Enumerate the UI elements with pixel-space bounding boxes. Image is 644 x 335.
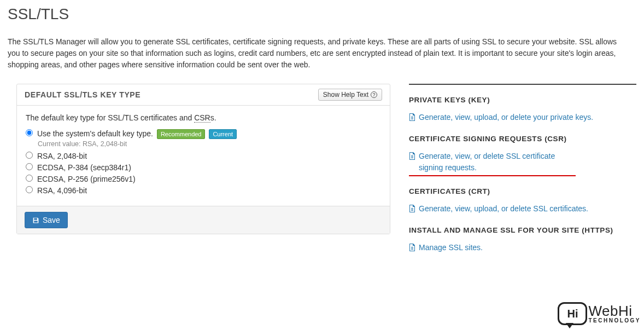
- link-text: Manage SSL sites.: [419, 242, 483, 253]
- save-button[interactable]: Save: [25, 212, 68, 228]
- key-option-radio-rsa2048[interactable]: [26, 152, 33, 159]
- page-lead: The SSL/TLS Manager will allow you to ge…: [8, 36, 631, 71]
- file-icon: [409, 113, 415, 124]
- key-option-radio-ecdsa256[interactable]: [26, 175, 33, 182]
- webhi-logo: Hi WebHi TECHNOLOGY: [558, 302, 641, 325]
- key-option-currentvalue: Current value: RSA, 2,048-bit: [38, 140, 381, 148]
- section-title: CERTIFICATES (CRT): [409, 187, 636, 195]
- panel-title: DEFAULT SSL/TLS KEY TYPE: [25, 90, 140, 99]
- section-certificates: CERTIFICATES (CRT) Generate, view, uploa…: [409, 187, 636, 215]
- section-private-keys: PRIVATE KEYS (KEY) Generate, view, uploa…: [409, 96, 636, 124]
- section-title: PRIVATE KEYS (KEY): [409, 96, 636, 104]
- key-option-label[interactable]: RSA, 4,096-bit: [37, 186, 87, 195]
- current-badge: Current: [209, 129, 237, 139]
- link-text: Generate, view, or delete SSL certificat…: [419, 151, 576, 173]
- logo-text-big: WebHi: [588, 304, 641, 318]
- section-csr: CERTIFICATE SIGNING REQUESTS (CSR) Gener…: [409, 135, 636, 176]
- save-icon: [32, 217, 39, 224]
- logo-text-small: TECHNOLOGY: [588, 318, 641, 324]
- file-icon: [409, 243, 415, 254]
- show-help-button[interactable]: Show Help Text ?: [318, 89, 382, 101]
- manage-ssl-link[interactable]: Manage SSL sites.: [409, 242, 483, 254]
- help-icon: ?: [371, 91, 377, 98]
- section-title: CERTIFICATE SIGNING REQUESTS (CSR): [409, 135, 636, 143]
- csr-abbr: CSR: [194, 113, 210, 123]
- panel-intro-prefix: The default key type for SSL/TLS certifi…: [26, 113, 194, 122]
- save-label: Save: [43, 216, 60, 224]
- section-title: INSTALL AND MANAGE SSL FOR YOUR SITE (HT…: [409, 226, 636, 234]
- panel-intro-suffix: s.: [210, 113, 216, 122]
- panel-intro: The default key type for SSL/TLS certifi…: [26, 113, 381, 122]
- key-option-label[interactable]: ECDSA, P-384 (secp384r1): [37, 163, 131, 172]
- default-key-type-panel: DEFAULT SSL/TLS KEY TYPE Show Help Text …: [16, 84, 390, 234]
- key-option-radio-rsa4096[interactable]: [26, 186, 33, 193]
- key-option-label[interactable]: Use the system's default key type.: [37, 129, 153, 138]
- file-icon: [409, 152, 415, 163]
- key-option-label[interactable]: RSA, 2,048-bit: [37, 152, 87, 160]
- logo-bubble-icon: Hi: [558, 302, 587, 325]
- section-install-ssl: INSTALL AND MANAGE SSL FOR YOUR SITE (HT…: [409, 226, 636, 254]
- private-keys-link[interactable]: Generate, view, upload, or delete your p…: [409, 112, 593, 124]
- key-option: RSA, 2,048-bit: [26, 150, 381, 160]
- recommended-badge: Recommended: [157, 129, 206, 139]
- certificates-link[interactable]: Generate, view, upload, or delete SSL ce…: [409, 203, 588, 215]
- csr-link[interactable]: Generate, view, or delete SSL certificat…: [409, 151, 576, 173]
- page-title: SSL/TLS: [8, 5, 636, 23]
- key-option: RSA, 4,096-bit: [26, 184, 381, 195]
- key-option: ECDSA, P-384 (secp384r1): [26, 161, 381, 172]
- key-option-radio-ecdsa384[interactable]: [26, 163, 33, 170]
- file-icon: [409, 204, 415, 215]
- link-text: Generate, view, upload, or delete SSL ce…: [419, 203, 588, 214]
- key-option: Use the system's default key type. Recom…: [26, 128, 381, 139]
- show-help-label: Show Help Text: [323, 91, 368, 99]
- link-text: Generate, view, upload, or delete your p…: [419, 112, 593, 123]
- key-option: ECDSA, P-256 (prime256v1): [26, 173, 381, 183]
- key-option-radio-default[interactable]: [26, 129, 33, 136]
- key-option-label[interactable]: ECDSA, P-256 (prime256v1): [37, 175, 136, 183]
